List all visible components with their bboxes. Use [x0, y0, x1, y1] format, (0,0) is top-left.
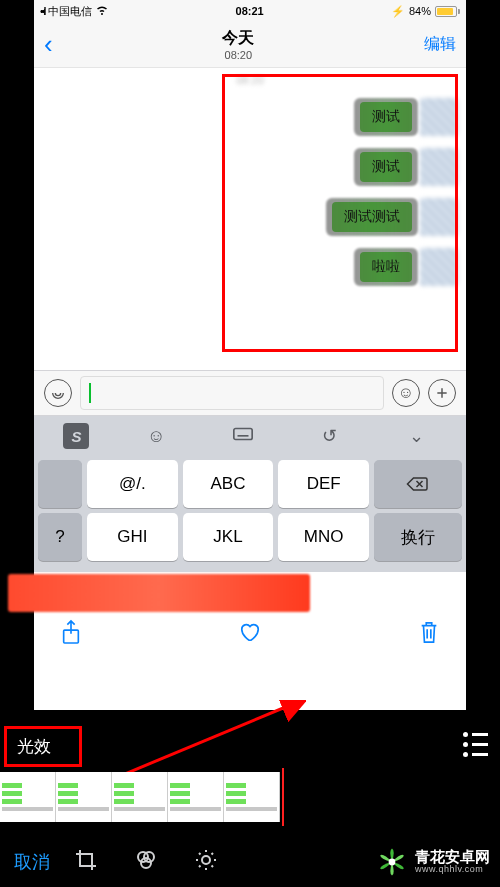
back-button[interactable]: ‹: [44, 29, 53, 60]
key-spacer[interactable]: [38, 460, 82, 508]
adjust-icon[interactable]: [194, 848, 218, 876]
cancel-button[interactable]: 取消: [14, 850, 50, 874]
chat-text: 测试: [372, 158, 400, 174]
filter-list-icon[interactable]: [463, 732, 488, 757]
share-button[interactable]: [60, 619, 82, 649]
filters-icon[interactable]: [134, 848, 158, 876]
chat-bubble[interactable]: 啦啦: [360, 252, 412, 282]
nav-title: 今天 08:20: [222, 28, 254, 61]
chat-message-row: 测试: [34, 98, 458, 136]
photo-action-bar: [34, 612, 466, 656]
kbd-collapse-icon[interactable]: ⌄: [397, 425, 437, 447]
status-time: 08:21: [236, 5, 264, 17]
kbd-undo-icon[interactable]: ↺: [310, 425, 350, 447]
watermark-title: 青花安卓网: [415, 849, 490, 866]
chat-text: 测试测试: [344, 208, 400, 224]
text-caret: [89, 383, 91, 403]
key-symbols[interactable]: @/.: [87, 460, 178, 508]
svg-rect-0: [234, 428, 252, 439]
nav-subtitle: 08:20: [222, 49, 254, 61]
timeline-frame[interactable]: [112, 772, 168, 822]
key-jkl[interactable]: JKL: [183, 513, 274, 561]
chat-message-row: 啦啦: [34, 248, 458, 286]
chat-area[interactable]: 08:20 测试 测试 测试测试 啦啦: [34, 68, 466, 370]
attach-plus-button[interactable]: [428, 379, 456, 407]
annotation-red-box-fx: 光效: [4, 726, 82, 767]
chat-bubble[interactable]: 测试: [360, 102, 412, 132]
avatar[interactable]: [420, 98, 458, 136]
timeline-frame[interactable]: [224, 772, 280, 822]
timeline-playhead[interactable]: [282, 768, 284, 826]
voice-input-button[interactable]: [44, 379, 72, 407]
emoji-button[interactable]: ☺: [392, 379, 420, 407]
favorite-button[interactable]: [239, 619, 261, 649]
svg-point-7: [389, 859, 396, 866]
delete-button[interactable]: [418, 619, 440, 649]
signal-icon: ••ıll: [40, 6, 44, 17]
chat-text: 测试: [372, 108, 400, 124]
status-right: ⚡ 84%: [391, 5, 460, 18]
kbd-emoji-icon[interactable]: ☺: [136, 426, 176, 447]
battery-icon: [435, 6, 460, 17]
watermark-url: www.qhhlv.com: [415, 865, 490, 875]
keyboard: @/. ABC DEF ? GHI JKL MNO 换行: [34, 456, 466, 572]
charging-icon: ⚡: [391, 5, 405, 18]
timeline-frame[interactable]: [56, 772, 112, 822]
chat-timestamp: 08:20: [34, 68, 466, 86]
status-left: ••ıll 中国电信: [40, 4, 108, 19]
avatar[interactable]: [420, 198, 458, 236]
timeline-frame[interactable]: [168, 772, 224, 822]
chat-message-row: 测试: [34, 148, 458, 186]
message-input-bar: ☺: [34, 370, 466, 416]
timeline-thumbnails[interactable]: [0, 772, 280, 822]
chat-bubble[interactable]: 测试: [360, 152, 412, 182]
phone-screenshot: ••ıll 中国电信 08:21 ⚡ 84% ‹ 今天 08:20: [34, 0, 466, 710]
avatar[interactable]: [420, 248, 458, 286]
key-def[interactable]: DEF: [278, 460, 369, 508]
sogou-icon[interactable]: S: [63, 423, 89, 449]
nav-bar: ‹ 今天 08:20 编辑: [34, 22, 466, 68]
carrier-label: 中国电信: [48, 4, 92, 19]
key-abc[interactable]: ABC: [183, 460, 274, 508]
watermark-text: 青花安卓网 www.qhhlv.com: [415, 849, 490, 875]
keyboard-toolbar: S ☺ ↺ ⌄: [34, 416, 466, 456]
kbd-keyboard-icon[interactable]: [223, 423, 263, 450]
key-question[interactable]: ?: [38, 513, 82, 561]
ios-status-bar: ••ıll 中国电信 08:21 ⚡ 84%: [34, 0, 466, 22]
wifi-icon: [96, 4, 108, 18]
chat-bubble[interactable]: 测试测试: [332, 202, 412, 232]
chat-message-row: 测试测试: [34, 198, 458, 236]
logo-icon: [375, 845, 409, 879]
key-ghi[interactable]: GHI: [87, 513, 178, 561]
edit-button[interactable]: 编辑: [424, 34, 456, 55]
key-enter[interactable]: 换行: [374, 513, 462, 561]
key-mno[interactable]: MNO: [278, 513, 369, 561]
svg-point-5: [141, 858, 151, 868]
svg-point-6: [202, 856, 210, 864]
key-backspace[interactable]: [374, 460, 462, 508]
avatar[interactable]: [420, 148, 458, 186]
chat-text: 啦啦: [372, 258, 400, 274]
fx-label[interactable]: 光效: [17, 737, 51, 756]
battery-pct: 84%: [409, 5, 431, 17]
timeline-frame[interactable]: [0, 772, 56, 822]
crop-icon[interactable]: [74, 848, 98, 876]
annotation-red-smear: [40, 574, 460, 612]
editor-canvas: ••ıll 中国电信 08:21 ⚡ 84% ‹ 今天 08:20: [0, 0, 500, 887]
nav-title-text: 今天: [222, 28, 254, 49]
watermark: 青花安卓网 www.qhhlv.com: [371, 843, 494, 881]
text-input[interactable]: [80, 376, 384, 410]
